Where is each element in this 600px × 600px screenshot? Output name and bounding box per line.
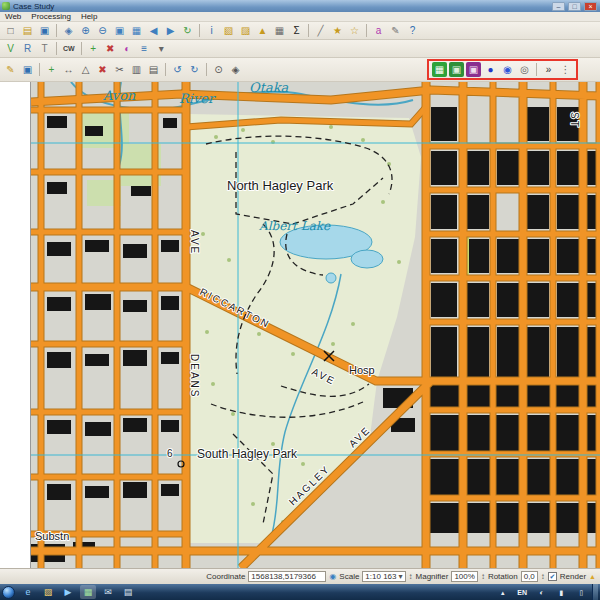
status-bar: Coordinate 1568138,5179366 ◉ Scale 1:10 … [0,568,600,584]
add-text-layer-icon[interactable]: T [37,41,52,56]
deselect-features-icon[interactable]: ▨ [238,23,253,38]
cut-features-icon[interactable]: ✂ [112,62,127,77]
attribute-table-icon[interactable]: ▦ [272,23,287,38]
scale-combobox[interactable]: 1:10 163▾ [362,571,405,582]
toolbar-row-2-icons: VRTCW+✖◐≡▾ [2,41,170,56]
zoom-to-layer-icon[interactable]: ▦ [129,23,144,38]
toolbar-separator [56,24,57,37]
map-tips-icon[interactable]: ◈ [228,62,243,77]
menu-web[interactable]: Web [5,12,21,21]
new-bookmark-icon[interactable]: ★ [330,23,345,38]
language-indicator[interactable]: EN [515,586,529,598]
labeling-icon[interactable]: a [371,23,386,38]
remove-layer-icon[interactable]: ✖ [103,41,118,56]
highlighted-toolbar-group: ▦▣▣●◉◎»⋮ [427,59,578,80]
annotation-icon[interactable]: ✎ [388,23,403,38]
media-player-icon[interactable]: ▶ [60,585,76,599]
copy-features-icon[interactable]: ▥ [129,62,144,77]
field-calculator-icon[interactable]: Σ [289,23,304,38]
plugin-menu-icon[interactable]: ▾ [154,41,169,56]
style-manager-icon[interactable]: ◐ [120,41,135,56]
snapping-toggle-icon[interactable]: ⊙ [211,62,226,77]
zoom-last-icon[interactable]: ◀ [146,23,161,38]
toolbar-drag-handle[interactable]: ⋮ [558,62,573,77]
label-otaka: Ōtaka [249,82,289,95]
node-tool-icon[interactable]: △ [78,62,93,77]
label-substn: Substn [35,530,69,542]
minimize-button[interactable]: – [552,2,565,11]
select-by-expression-icon[interactable]: ▲ [255,23,270,38]
network-icon[interactable]: ▮ [554,586,569,598]
zoom-in-icon[interactable]: ⊕ [78,23,93,38]
interpolation-plugin-icon[interactable]: ● [483,62,498,77]
menu-help[interactable]: Help [81,12,97,21]
density-plugin-icon[interactable]: ◉ [500,62,515,77]
raster-analysis-plugin-icon[interactable]: ▣ [449,62,464,77]
zoom-full-icon[interactable]: ▣ [112,23,127,38]
move-feature-icon[interactable]: ↔ [61,62,76,77]
toggle-editing-icon[interactable]: ✎ [3,62,18,77]
internet-explorer-icon[interactable]: e [20,585,36,599]
menu-processing[interactable]: Processing [31,12,71,21]
save-project-icon[interactable]: ▣ [37,23,52,38]
toolbar-separator [199,24,200,37]
toolbar-overflow-button[interactable]: » [541,62,556,77]
close-button[interactable]: × [584,2,597,11]
toolbar-separator [536,63,537,76]
raster-grid-plugin-icon[interactable]: ▦ [432,62,447,77]
toolbar-separator [39,63,40,76]
messages-icon[interactable]: ▲ [589,573,596,580]
add-feature-icon[interactable]: + [44,62,59,77]
label-south-hagley-park: South Hagley Park [197,447,298,461]
new-shapefile-icon[interactable]: + [86,41,101,56]
toolbar-separator [206,63,207,76]
add-raster-layer-icon[interactable]: R [20,41,35,56]
window-controls: –□× [551,2,598,11]
help-icon[interactable]: ? [405,23,420,38]
python-console-icon[interactable]: ≡ [137,41,152,56]
measure-line-icon[interactable]: ╱ [313,23,328,38]
refresh-map-icon[interactable]: ↻ [180,23,195,38]
tray-expand-icon[interactable]: ▴ [495,586,510,598]
new-project-icon[interactable]: □ [3,23,18,38]
gis-app-icon[interactable]: ▦ [80,585,96,599]
maximize-button[interactable]: □ [568,2,581,11]
start-button[interactable] [2,586,15,599]
coordinate-input[interactable]: 1568138,5179366 [248,571,326,582]
map-canvas[interactable]: Avon River Ōtaka North Hagley Park Alber… [30,82,600,568]
add-vector-layer-icon[interactable]: V [3,41,18,56]
label-avon: Avon [102,88,136,103]
mail-app-icon[interactable]: ✉ [100,585,116,599]
title-bar: Case Study –□× [0,0,600,12]
app-icon [2,2,10,10]
explorer-folder-icon[interactable]: ▨ [40,585,56,599]
rotation-input[interactable]: 0,0 [521,571,538,582]
usb-icon[interactable]: ▯ [574,586,589,598]
document-app-icon[interactable]: ▤ [120,585,136,599]
spiral-plugin-icon[interactable]: ◎ [517,62,532,77]
toolbar-row-2: VRTCW+✖◐≡▾ [0,40,600,58]
delete-selected-icon[interactable]: ✖ [95,62,110,77]
magnifier-spinner[interactable]: ↕ [481,572,485,581]
zoom-next-icon[interactable]: ▶ [163,23,178,38]
open-project-icon[interactable]: ▤ [20,23,35,38]
cw-badge-icon[interactable]: CW [61,41,77,56]
toolbar-row-1-icons: □▤▣◈⊕⊖▣▦◀▶↻i▧▨▲▦Σ╱★☆a✎? [2,23,421,38]
pan-map-icon[interactable]: ◈ [61,23,76,38]
zoom-out-icon[interactable]: ⊖ [95,23,110,38]
volume-icon[interactable]: ◐ [534,586,549,598]
label-st: ST [569,112,580,129]
show-bookmarks-icon[interactable]: ☆ [347,23,362,38]
rotation-spinner[interactable]: ↕ [541,572,545,581]
select-features-icon[interactable]: ▧ [221,23,236,38]
paste-features-icon[interactable]: ▤ [146,62,161,77]
scale-spinner[interactable]: ↕ [409,572,413,581]
undo-icon[interactable]: ↺ [170,62,185,77]
save-edits-icon[interactable]: ▣ [20,62,35,77]
render-checkbox[interactable]: ✔ [548,572,557,581]
identify-features-icon[interactable]: i [204,23,219,38]
redo-icon[interactable]: ↻ [187,62,202,77]
magnifier-input[interactable]: 100% [451,571,477,582]
heatmap-plugin-icon[interactable]: ▣ [466,62,481,77]
show-desktop-button[interactable] [592,584,598,600]
